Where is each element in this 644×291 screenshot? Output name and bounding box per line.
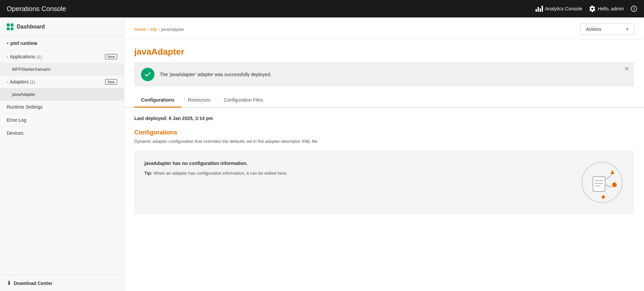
javaadapter-label: javaAdapter <box>12 92 35 97</box>
main-layout: Dashboard ▾ pmf runtime › Applications (… <box>0 17 644 291</box>
tabs-bar: Configurations Resources Configuration F… <box>124 93 644 108</box>
tip-label: Tip: <box>144 171 152 176</box>
config-box-text: javaAdapter has no configuration informa… <box>144 161 580 176</box>
admin-menu[interactable]: Hello, admin <box>589 5 624 12</box>
breadcrumb-sep2: \ <box>158 27 160 32</box>
svg-marker-12 <box>601 195 605 199</box>
dashboard-label: Dashboard <box>17 24 45 30</box>
analytics-console-link[interactable]: Analytics Console <box>536 6 582 12</box>
dashboard-grid-icon <box>7 23 13 30</box>
svg-point-13 <box>604 179 606 181</box>
download-icon: ⬇ <box>7 280 11 286</box>
sidebar-item-download-center[interactable]: ⬇ Download Center <box>0 275 124 291</box>
config-info-box: javaAdapter has no configuration informa… <box>134 151 634 214</box>
main-content: Home \ mfp \ javaAdapter Actions ▾ javaA… <box>124 17 644 291</box>
top-bar: Home \ mfp \ javaAdapter Actions ▾ <box>124 17 644 40</box>
adapter-illustration <box>580 161 624 204</box>
sidebar-item-applications[interactable]: › Applications (1) New <box>0 50 124 63</box>
sidebar-item-error-log[interactable]: Error Log <box>0 114 124 127</box>
chevron-right-icon: › <box>7 55 8 59</box>
adapters-label: Adapters (1) <box>10 79 35 84</box>
breadcrumb-sep1: \ <box>147 27 149 32</box>
last-deployed: Last deployed: 6 Jan 2025, 3:14 pm <box>134 116 634 121</box>
sidebar-item-dashboard[interactable]: Dashboard <box>0 17 124 37</box>
page-header: javaAdapter <box>124 40 644 57</box>
sidebar-sub-item-mfpstarter[interactable]: MFPStarterXamarin <box>0 63 124 75</box>
chevron-down-icon: ▾ <box>7 42 8 45</box>
applications-new-badge: New <box>105 54 117 59</box>
bar-chart-icon <box>536 6 543 12</box>
adapters-count: (1) <box>30 79 35 84</box>
breadcrumb-current: javaAdapter <box>161 27 184 32</box>
applications-count: (1) <box>37 54 42 59</box>
sidebar-runtime[interactable]: ▾ pmf runtime <box>0 37 124 50</box>
content-area: Last deployed: 6 Jan 2025, 3:14 pm Confi… <box>124 108 644 222</box>
admin-label: Hello, admin <box>598 6 624 11</box>
applications-label: Applications (1) <box>10 54 42 59</box>
sidebar-sub-item-javaadapter[interactable]: javaAdapter <box>0 89 124 101</box>
actions-dropdown-button[interactable]: Actions ▾ <box>580 23 634 35</box>
actions-chevron-icon: ▾ <box>626 27 628 32</box>
adapter-graphic <box>580 161 624 204</box>
checkmark-icon <box>144 71 151 78</box>
configurations-section-title: Configurations <box>134 129 634 136</box>
breadcrumb-mfp[interactable]: mfp <box>150 27 157 32</box>
analytics-console-label: Analytics Console <box>545 6 582 11</box>
tab-configuration-files[interactable]: Configuration Files <box>217 93 270 108</box>
top-navigation: Operations Console Analytics Console Hel… <box>0 0 644 17</box>
chevron-down-adapters-icon: › <box>7 80 8 84</box>
config-tip: Tip: When an adapter has configuration i… <box>144 171 580 176</box>
svg-line-9 <box>605 185 612 187</box>
svg-rect-4 <box>593 177 605 191</box>
no-config-info: javaAdapter has no configuration informa… <box>144 161 580 166</box>
sidebar: Dashboard ▾ pmf runtime › Applications (… <box>0 17 124 291</box>
alert-message: The 'javaAdapter' adapter was successful… <box>160 72 271 77</box>
adapters-new-badge: New <box>105 79 117 84</box>
tab-configurations[interactable]: Configurations <box>134 93 181 108</box>
gear-icon <box>589 5 596 12</box>
svg-line-8 <box>605 175 612 180</box>
runtime-label: pmf runtime <box>10 41 38 46</box>
sidebar-item-runtime-settings[interactable]: Runtime Settings <box>0 101 124 114</box>
configurations-section-desc: Dynamic adapter configuration that overr… <box>134 139 634 144</box>
actions-label: Actions <box>586 26 601 32</box>
svg-marker-10 <box>610 170 614 174</box>
tip-text: When an adapter has configuration inform… <box>153 171 287 176</box>
info-icon <box>631 5 637 12</box>
alert-close-button[interactable]: ✕ <box>624 66 629 72</box>
mfpstarter-label: MFPStarterXamarin <box>12 67 51 72</box>
info-button[interactable] <box>631 5 637 12</box>
svg-point-14 <box>604 184 606 186</box>
sidebar-item-adapters[interactable]: › Adapters (1) New <box>0 75 124 89</box>
svg-point-11 <box>612 182 617 187</box>
breadcrumb-home[interactable]: Home <box>134 27 146 32</box>
page-title: javaAdapter <box>134 47 634 57</box>
top-nav-right: Analytics Console Hello, admin <box>536 5 637 12</box>
breadcrumb: Home \ mfp \ javaAdapter <box>134 27 184 32</box>
tab-resources[interactable]: Resources <box>181 93 217 108</box>
success-alert: The 'javaAdapter' adapter was successful… <box>134 62 634 86</box>
sidebar-item-devices[interactable]: Devices <box>0 127 124 140</box>
success-icon-circle <box>141 68 154 81</box>
app-title: Operations Console <box>7 5 66 13</box>
